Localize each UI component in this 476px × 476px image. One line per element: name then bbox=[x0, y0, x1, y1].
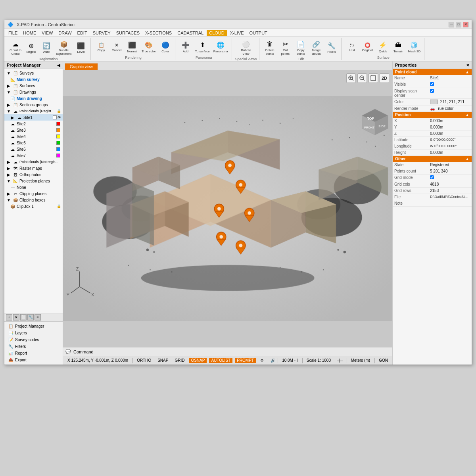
visible-checkbox[interactable] bbox=[430, 82, 434, 86]
name-value[interactable]: Site1 bbox=[428, 75, 472, 81]
menu-surfaces[interactable]: SURFACES bbox=[114, 30, 142, 36]
tree-site6[interactable]: ☁ Site6 bbox=[4, 146, 63, 152]
menu-cadastral[interactable]: CADASTRAL bbox=[175, 30, 206, 36]
cloud-to-cloud-button[interactable]: ☁ Cloud toCloud bbox=[8, 38, 23, 57]
latitude-value[interactable]: S 0°00'00.0000" bbox=[428, 137, 472, 143]
tree-surfaces[interactable]: ▶ 📋 Surfaces bbox=[4, 83, 63, 89]
copy-points-button[interactable]: 📄 Copypoints bbox=[294, 38, 308, 57]
delete-item-button[interactable]: ✕ bbox=[13, 314, 19, 321]
last-button[interactable]: ⭮ Last bbox=[345, 41, 359, 53]
to-surface-button[interactable]: ⬆ To surface bbox=[194, 40, 211, 54]
tree-site3[interactable]: ☁ Site3 bbox=[4, 127, 63, 133]
position-collapse[interactable]: ▲ bbox=[465, 113, 469, 117]
menu-draw[interactable]: DRAW bbox=[56, 30, 74, 36]
true-color-button[interactable]: 🎨 True color bbox=[140, 40, 157, 54]
menu-survey[interactable]: SURVEY bbox=[90, 30, 113, 36]
x-value[interactable]: 0.000m bbox=[428, 118, 472, 124]
longitude-value[interactable]: W 0°00'00.0000" bbox=[428, 143, 472, 149]
ortho-toggle[interactable]: ORTHO bbox=[135, 358, 153, 363]
zoom-in-button[interactable] bbox=[346, 73, 356, 83]
color-prop-value[interactable]: 211; 211; 211 bbox=[428, 99, 472, 105]
original-button[interactable]: ⭕ Original bbox=[360, 41, 374, 53]
visible-value[interactable] bbox=[428, 81, 472, 88]
bottom-report[interactable]: 📊 Report bbox=[4, 350, 63, 357]
tree-site5[interactable]: ☁ Site5 bbox=[4, 140, 63, 146]
y-value[interactable]: 0.000m bbox=[428, 124, 472, 130]
color-swatch[interactable] bbox=[430, 100, 438, 104]
osnap-toggle[interactable]: OSNAP bbox=[189, 358, 207, 363]
menu-edit[interactable]: EDIT bbox=[75, 30, 90, 36]
normal-button[interactable]: ⬛ Normal bbox=[125, 40, 139, 54]
grid-mode-value[interactable] bbox=[428, 175, 472, 181]
bottom-survey-codes[interactable]: 📝 Survey codes bbox=[4, 336, 63, 343]
render-mode-value[interactable]: 🚗 True color bbox=[428, 106, 472, 111]
mesh-3d-button[interactable]: 🧊 Mesh 3D bbox=[407, 40, 422, 54]
z-value[interactable]: 0.000m bbox=[428, 131, 472, 136]
tree-site1[interactable]: ▶ ☁ Site1 👁 bbox=[4, 114, 63, 121]
scan-center-checkbox[interactable] bbox=[430, 89, 434, 93]
move-up-button[interactable]: ⬜ bbox=[20, 314, 27, 321]
tree-surveys[interactable]: ▼ 📋 Surveys bbox=[4, 70, 63, 76]
tree-sections-groups[interactable]: ▶ 📋 Sections groups bbox=[4, 102, 63, 108]
viewport[interactable]: Z Y X TOP FRON bbox=[63, 70, 392, 347]
filters-button[interactable]: 🔧 Filters bbox=[324, 40, 339, 55]
tree-projection-planes[interactable]: ▼ 📐 Projection planes bbox=[4, 178, 63, 184]
tree-raster-maps[interactable]: ▶ 🗺 Raster maps bbox=[4, 165, 63, 171]
height-value[interactable]: 0.000m bbox=[428, 150, 472, 155]
note-value[interactable] bbox=[428, 200, 472, 206]
zoom-out-button[interactable] bbox=[357, 73, 367, 83]
bottom-layers[interactable]: 📑 Layers bbox=[4, 330, 63, 336]
tree-site7[interactable]: ☁ Site7 bbox=[4, 152, 63, 159]
collapse-panel-button[interactable]: ◀ bbox=[57, 63, 60, 67]
close-button[interactable]: ✕ bbox=[463, 22, 468, 27]
graphic-view-tab[interactable]: Graphic view bbox=[65, 63, 98, 70]
tree-orthophotos[interactable]: ▶ 🖼 Orthophotos bbox=[4, 171, 63, 178]
properties-button[interactable]: 🔧 bbox=[27, 314, 34, 321]
cancel-button[interactable]: ✕ Cancel bbox=[109, 41, 124, 53]
auto-button[interactable]: 🔄 Auto bbox=[39, 40, 54, 55]
tree-main-drawing[interactable]: 📄 Main drawing bbox=[4, 95, 63, 102]
autolist-toggle[interactable]: AUTOLIST bbox=[209, 358, 232, 363]
grid-toggle[interactable]: GRID bbox=[173, 358, 186, 363]
bottom-project-manager[interactable]: 📋 Project Manager bbox=[4, 323, 63, 330]
minimize-button[interactable]: — bbox=[449, 22, 454, 27]
bottom-filters[interactable]: 🔧 Filters bbox=[4, 343, 63, 350]
settings-button[interactable]: ⚙ bbox=[258, 358, 266, 363]
menu-cloud[interactable]: CLOUD bbox=[207, 30, 227, 36]
bubble-view-button[interactable]: ⚪ BubbleView bbox=[239, 38, 253, 57]
tree-site2[interactable]: ☁ Site2 bbox=[4, 121, 63, 127]
tree-drawings[interactable]: ▼ 📋 Drawings bbox=[4, 89, 63, 95]
tree-main-survey[interactable]: 📐 Main survey bbox=[4, 76, 63, 83]
menu-xsections[interactable]: X-SECTIONS bbox=[143, 30, 174, 36]
fit-view-button[interactable] bbox=[369, 73, 378, 83]
merge-clouds-button[interactable]: 🔗 Mergeclouds bbox=[309, 38, 323, 57]
2d-view-button[interactable]: 2D bbox=[380, 73, 389, 83]
bottom-export[interactable]: 📤 Export bbox=[4, 357, 63, 363]
more-options-button[interactable]: ≡ bbox=[35, 314, 41, 321]
color-button[interactable]: 🔵 Color bbox=[158, 40, 173, 54]
menu-view[interactable]: VIEW bbox=[39, 30, 55, 36]
scan-center-value[interactable] bbox=[428, 88, 472, 98]
bundle-adjustment-button[interactable]: 📦 Bundleadjustment bbox=[55, 38, 73, 57]
cut-points-button[interactable]: ✂ Cutpoints bbox=[278, 38, 292, 57]
scale-slider[interactable] bbox=[337, 360, 343, 361]
delete-points-button[interactable]: 🗑 Deletepoints bbox=[263, 38, 277, 57]
add-item-button[interactable]: + bbox=[6, 314, 12, 321]
menu-xlive[interactable]: X-LIVE bbox=[228, 30, 246, 36]
tree-clipping-planes[interactable]: ▶ ✂ Clipping planes bbox=[4, 190, 63, 197]
other-collapse[interactable]: ▲ bbox=[465, 157, 469, 161]
point-cloud-section-collapse[interactable]: ▲ bbox=[465, 70, 469, 74]
tree-site4[interactable]: ☁ Site4 bbox=[4, 133, 63, 140]
add-button[interactable]: ➕ Add bbox=[178, 40, 193, 54]
tree-point-clouds-reg[interactable]: ▼ ☁ Point clouds (Register... 🔒 bbox=[4, 108, 63, 114]
copy-button[interactable]: 📋 Copy bbox=[94, 41, 108, 53]
tree-clipping-boxes[interactable]: ▼ 📦 Clipping boxes bbox=[4, 197, 63, 203]
targets-button[interactable]: ⊕ Targets bbox=[24, 40, 38, 55]
grid-mode-checkbox[interactable] bbox=[430, 175, 434, 179]
quick-button[interactable]: ⚡ Quick bbox=[376, 40, 390, 54]
terrain-button[interactable]: 🏔 Terrain bbox=[391, 40, 405, 54]
menu-output[interactable]: OUTPUT bbox=[247, 30, 270, 36]
menu-file[interactable]: FILE bbox=[6, 30, 20, 36]
tree-clipbox1[interactable]: 📦 ClipBox 1 🔒 bbox=[4, 203, 63, 209]
tree-point-clouds-noreg[interactable]: ▶ ☁ Point clouds (Not regis... bbox=[4, 159, 63, 165]
